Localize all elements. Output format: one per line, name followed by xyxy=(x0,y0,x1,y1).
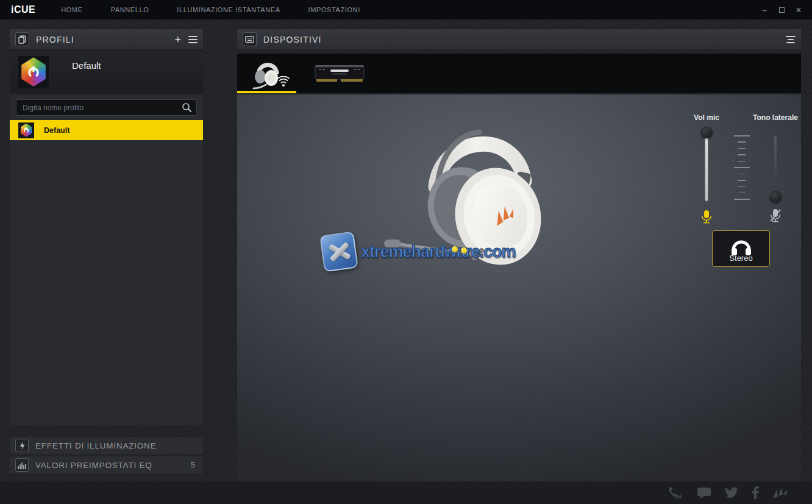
watermark-x-logo xyxy=(319,231,358,272)
icue-logo-icon xyxy=(20,124,32,137)
device-tab-memory[interactable] xyxy=(309,54,370,93)
titlebar: iCUE HOME PANNELLO ILLUMINAZIONE ISTANTA… xyxy=(0,0,812,20)
memory-thumbnail xyxy=(314,62,365,86)
mic-volume-label: Vol mic xyxy=(670,113,743,122)
mic-volume-knob[interactable] xyxy=(701,127,713,138)
corsair-logo-icon[interactable] xyxy=(772,486,789,500)
eq-presets-label: VALORI PREIMPOSTATI EQ xyxy=(35,461,152,470)
profile-item-name: Default xyxy=(44,126,69,135)
devices-title: DISPOSITIVI xyxy=(263,35,322,44)
device-tab-headset[interactable] xyxy=(237,54,296,93)
add-profile-button[interactable]: + xyxy=(174,34,181,45)
profiles-title: PROFILI xyxy=(36,35,74,44)
profiles-icon xyxy=(15,32,29,46)
profiles-list: Default xyxy=(10,94,203,425)
profile-search-input[interactable] xyxy=(16,99,197,116)
lighting-effects-button[interactable]: EFFETTI DI ILLUMINAZIONE xyxy=(10,437,203,454)
nav-settings[interactable]: IMPOSTAZIONI xyxy=(308,6,360,13)
profile-search xyxy=(16,99,197,116)
active-profile-card[interactable]: Default xyxy=(10,51,203,93)
lighting-effects-label: EFFETTI DI ILLUMINAZIONE xyxy=(35,441,156,450)
sidetone-track[interactable] xyxy=(774,136,777,199)
eq-presets-button[interactable]: VALORI PREIMPOSTATI EQ 5 xyxy=(10,456,203,474)
footer-bar: 24 xyxy=(0,481,812,504)
support-24h-icon[interactable]: 24 xyxy=(668,486,684,500)
device-detail-view: xtremehardware.com Vol mic Tono laterale xyxy=(237,94,801,481)
nav-home[interactable]: HOME xyxy=(61,6,82,13)
eq-presets-count: 5 xyxy=(191,461,195,469)
keyboard-icon xyxy=(243,32,257,46)
equalizer-icon xyxy=(15,458,29,472)
profile-item-tile xyxy=(18,122,34,138)
svg-text:24: 24 xyxy=(675,494,682,500)
headphones-icon xyxy=(730,236,753,256)
device-tabs xyxy=(237,54,801,93)
chat-icon[interactable] xyxy=(697,487,711,499)
lightning-icon xyxy=(15,439,29,452)
minimize-icon[interactable]: – xyxy=(760,5,769,15)
devices-menu-icon[interactable] xyxy=(786,36,796,43)
profiles-menu-icon[interactable] xyxy=(188,36,198,43)
profile-list-item[interactable]: Default xyxy=(10,120,203,140)
watermark-dot xyxy=(461,247,467,254)
profiles-header: PROFILI + xyxy=(10,29,203,49)
mic-active-icon xyxy=(700,210,713,224)
wireless-icon xyxy=(277,76,290,87)
mic-volume-track[interactable] xyxy=(705,132,708,201)
window-controls: – ✕ xyxy=(760,5,803,15)
facebook-icon[interactable] xyxy=(752,486,759,499)
profile-logo-tile xyxy=(18,56,49,88)
sidetone-knob[interactable] xyxy=(770,191,782,203)
sidetone-label: Tono laterale xyxy=(739,113,812,122)
icue-logo-icon xyxy=(20,57,47,87)
devices-panel: DISPOSITIVI xyxy=(237,29,801,481)
mic-muted-icon xyxy=(769,208,782,223)
app-logo: iCUE xyxy=(11,4,35,15)
maximize-icon[interactable] xyxy=(777,5,786,15)
devices-header: DISPOSITIVI xyxy=(237,29,801,49)
close-icon[interactable]: ✕ xyxy=(794,5,803,15)
twitter-icon[interactable] xyxy=(724,487,739,499)
stereo-mode-button[interactable]: Stereo xyxy=(712,230,770,267)
nav-dashboard[interactable]: PANNELLO xyxy=(111,6,149,13)
level-scale xyxy=(733,135,750,200)
search-icon[interactable] xyxy=(182,102,192,113)
nav-instant-lighting[interactable]: ILLUMINAZIONE ISTANTANEA xyxy=(177,6,280,13)
watermark-text: xtremehardware.com xyxy=(361,243,516,261)
profiles-panel: PROFILI + Default Default xyxy=(10,29,203,425)
watermark-dot xyxy=(452,246,458,252)
active-profile-name: Default xyxy=(72,60,101,71)
top-navigation: HOME PANNELLO ILLUMINAZIONE ISTANTANEA I… xyxy=(61,6,360,13)
